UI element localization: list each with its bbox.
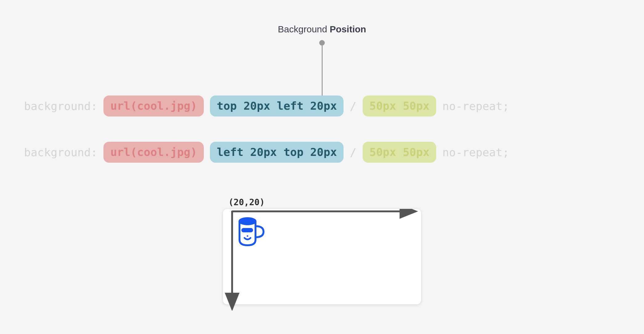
title-connector [319,40,325,96]
position-preview-card: (20,20) [223,209,421,304]
background-size-pill: 50px 50px [363,96,436,116]
code-line-1: background: url(cool.jpg) top 20px left … [24,96,620,116]
title-emphasis: Position [330,24,366,34]
coordinate-label: (20,20) [228,197,265,207]
background-image-pill: url(cool.jpg) [103,96,204,116]
code-block: background: url(cool.jpg) top 20px left … [24,96,620,188]
connector-line [322,46,323,96]
background-position-pill: top 20px left 20px [210,96,344,116]
background-repeat-text: no-repeat; [442,146,509,159]
connector-dot-icon [319,40,325,46]
svg-point-3 [239,218,256,224]
diagram-title: Background Position [0,24,644,35]
background-image-pill: url(cool.jpg) [103,142,204,163]
svg-rect-4 [241,228,253,232]
code-line-2: background: url(cool.jpg) left 20px top … [24,142,620,163]
css-property: background: [24,146,97,159]
css-property: background: [24,100,97,112]
diagram-container: Background Position background: url(cool… [0,0,644,334]
background-position-pill: left 20px top 20px [210,142,344,163]
background-size-pill: 50px 50px [363,142,436,163]
title-prefix: Background [278,24,330,34]
mug-icon [234,214,268,248]
separator-slash: / [350,100,356,112]
svg-point-5 [247,235,248,237]
background-repeat-text: no-repeat; [442,100,509,112]
separator-slash: / [350,146,356,159]
